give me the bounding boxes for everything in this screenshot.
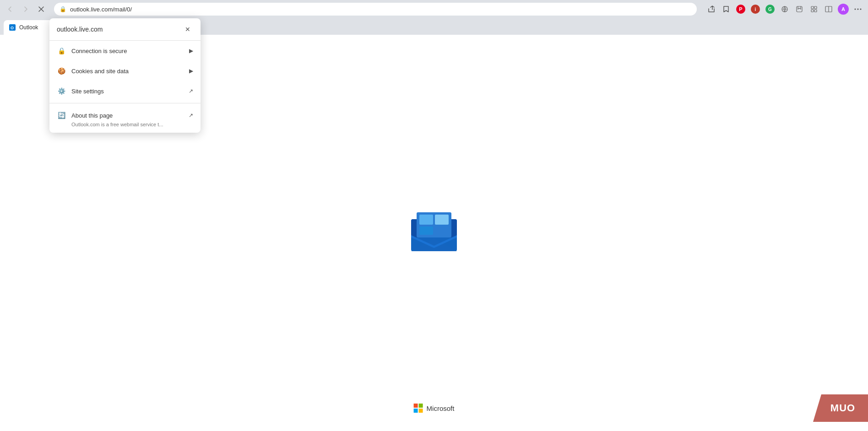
ms-square-yellow xyxy=(419,409,423,413)
svg-point-8 xyxy=(855,9,856,10)
lock-icon: 🔒 xyxy=(60,6,66,12)
popup-site-name: outlook.live.com xyxy=(57,26,103,33)
ms-square-green xyxy=(419,404,423,408)
connection-secure-label: Connection is secure xyxy=(71,48,189,54)
extension-icon-4[interactable] xyxy=(793,3,806,16)
svg-rect-5 xyxy=(814,10,817,12)
svg-rect-2 xyxy=(811,6,814,9)
about-description: Outlook.com is a free webmail service t.… xyxy=(71,122,193,127)
svg-rect-1 xyxy=(797,6,802,12)
extensions-icon[interactable] xyxy=(808,3,820,16)
tab-title: Outlook xyxy=(19,24,38,31)
info-popup-icon: 🔄 xyxy=(57,111,66,120)
popup-header: outlook.live.com ✕ xyxy=(49,18,201,41)
gear-popup-icon: ⚙️ xyxy=(57,86,66,96)
svg-rect-17 xyxy=(435,215,449,225)
svg-rect-3 xyxy=(814,6,817,9)
cookies-arrow: ▶ xyxy=(189,68,193,74)
ms-square-red xyxy=(414,404,418,408)
split-screen-icon[interactable] xyxy=(822,3,835,16)
forward-button[interactable] xyxy=(19,3,32,16)
bookmark-icon[interactable] xyxy=(720,3,732,16)
more-menu-button[interactable] xyxy=(852,3,864,16)
svg-rect-4 xyxy=(811,10,814,12)
connection-secure-item[interactable]: 🔒 Connection is secure ▶ xyxy=(49,41,201,61)
about-this-page-item[interactable]: 🔄 About this page ↗ Outlook.com is a fre… xyxy=(49,105,201,133)
popup-divider xyxy=(49,103,201,103)
profile-button[interactable]: A xyxy=(837,3,850,16)
site-info-popup: outlook.live.com ✕ 🔒 Connection is secur… xyxy=(49,18,201,133)
muo-watermark: MUO xyxy=(813,394,868,422)
svg-point-9 xyxy=(857,9,859,10)
about-label: About this page xyxy=(71,112,189,119)
extension-icon-3[interactable] xyxy=(778,3,791,16)
svg-point-10 xyxy=(860,9,862,10)
lock-popup-icon: 🔒 xyxy=(57,46,66,55)
microsoft-branding: Microsoft xyxy=(414,404,455,413)
svg-text:O: O xyxy=(11,26,14,30)
ms-square-blue xyxy=(414,409,418,413)
cookies-item[interactable]: 🍪 Cookies and site data ▶ xyxy=(49,61,201,81)
svg-rect-18 xyxy=(419,226,433,235)
site-settings-label: Site settings xyxy=(71,88,189,95)
muo-text: MUO xyxy=(826,402,855,414)
pinterest-logo: P xyxy=(736,5,745,14)
microsoft-text: Microsoft xyxy=(427,404,455,412)
outlook-icon xyxy=(407,205,461,260)
toolbar-icons: P i G xyxy=(705,3,864,16)
site-settings-item[interactable]: ⚙️ Site settings ↗ xyxy=(49,81,201,101)
site-settings-ext-icon: ↗ xyxy=(189,88,193,94)
url-text: outlook.live.com/mail/0/ xyxy=(70,6,691,13)
outlook-loading-screen xyxy=(407,205,461,260)
cookies-label: Cookies and site data xyxy=(71,68,189,75)
extension-red-icon: i xyxy=(751,5,760,14)
about-ext-icon: ↗ xyxy=(189,112,193,119)
microsoft-logo xyxy=(414,404,423,413)
share-icon[interactable] xyxy=(705,3,718,16)
stop-button[interactable] xyxy=(35,3,48,16)
pinterest-extension-icon[interactable]: P xyxy=(734,3,747,16)
svg-rect-16 xyxy=(419,215,433,225)
browser-toolbar: 🔒 outlook.live.com/mail/0/ P i G xyxy=(0,0,868,18)
cookie-popup-icon: 🍪 xyxy=(57,66,66,75)
connection-secure-arrow: ▶ xyxy=(189,48,193,54)
extension-icon-2[interactable]: G xyxy=(764,3,776,16)
svg-rect-19 xyxy=(435,226,449,235)
popup-close-button[interactable]: ✕ xyxy=(182,24,193,35)
tab-favicon: O xyxy=(9,24,16,31)
back-button[interactable] xyxy=(4,3,16,16)
extension-icon-1[interactable]: i xyxy=(749,3,762,16)
extension-green-icon: G xyxy=(765,5,775,14)
address-bar[interactable]: 🔒 outlook.live.com/mail/0/ xyxy=(54,3,697,16)
user-avatar: A xyxy=(838,4,849,15)
about-top-row: 🔄 About this page ↗ xyxy=(57,111,193,120)
